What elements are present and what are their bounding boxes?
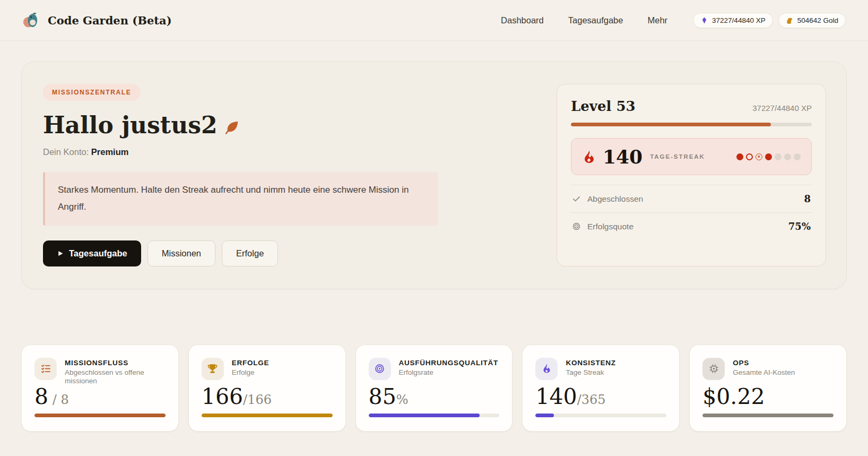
erfolge-button[interactable]: Erfolge: [222, 240, 278, 266]
nav-links: Dashboard Tagesaufgabe Mehr: [501, 15, 667, 25]
target-icon: [572, 222, 581, 231]
app-logo[interactable]: Code Garden (Beta): [22, 11, 172, 29]
streak-dot-filled: [736, 153, 743, 160]
stat-value: 8 / 8: [34, 386, 69, 408]
xp-badge[interactable]: 37227/44840 XP: [693, 13, 773, 28]
icon-square: [202, 358, 224, 380]
stat-title: OPS: [733, 358, 795, 367]
icon-square: [535, 358, 558, 380]
stat-value: $0.22: [702, 386, 765, 408]
stat-card-konsistenz: KONSISTENZ Tage Streak 140/365: [522, 345, 680, 432]
account-label: Dein Konto:: [43, 147, 89, 157]
icon-square: [369, 358, 391, 380]
level-header: Level 53 37227/44840 XP: [571, 98, 812, 114]
hero-left: MISSIONSZENTRALE Hallo justus2 Dein Kont…: [43, 84, 438, 266]
success-rate-value: 75%: [788, 221, 811, 232]
checklist-icon: [40, 363, 51, 374]
stat-subtitle: Tage Streak: [566, 368, 615, 377]
icon-square: [702, 358, 725, 380]
account-line: Dein Konto: Premium: [43, 147, 438, 157]
stat-value: 166/166: [202, 386, 272, 408]
greeting-text: Hallo justus2: [43, 111, 218, 139]
streak-flame-icon: [541, 363, 552, 374]
stat-progress-fill: [34, 414, 166, 417]
stat-title: ERFOLGE: [232, 358, 269, 367]
stat-card-ausfuehrungsqualitaet: AUSFÜHRUNGSQUALITÄT Erfolgsrate 85%: [355, 345, 513, 432]
level-xp-text: 37227/44840 XP: [752, 104, 812, 113]
missionszentrale-badge: MISSIONSZENTRALE: [43, 84, 141, 101]
completed-row: Abgeschlossen 8: [571, 185, 812, 212]
xp-badge-label: 37227/44840 XP: [712, 16, 766, 24]
stat-progress-track: [702, 414, 834, 417]
stat-subtitle: Erfolgsrate: [399, 368, 498, 377]
mission-hub-card: MISSIONSZENTRALE Hallo justus2 Dein Kont…: [21, 61, 847, 289]
gold-badge[interactable]: 504642 Gold: [778, 13, 846, 28]
streak-label: TAGE-STREAK: [650, 153, 705, 160]
hero-actions: Tagesaufgabe Missionen Erfolge: [43, 240, 438, 266]
completed-label: Abgeschlossen: [587, 194, 643, 204]
trophy-icon: [207, 363, 218, 374]
bullseye-icon: [374, 363, 385, 374]
level-card: Level 53 37227/44840 XP 140 TAGE-STREAK …: [557, 84, 826, 266]
stat-title: AUSFÜHRUNGSQUALITÄT: [399, 358, 498, 367]
stat-progress-fill: [535, 414, 554, 417]
streak-dot-empty: [794, 153, 801, 160]
stat-progress-track: [202, 414, 333, 417]
stat-title: KONSISTENZ: [566, 358, 615, 367]
tagesaufgabe-button[interactable]: Tagesaufgabe: [43, 240, 141, 266]
stat-progress-fill: [702, 414, 834, 417]
stat-title: MISSIONSFLUSS: [65, 358, 166, 367]
account-tier: Premium: [91, 147, 129, 157]
stat-subtitle: Abgeschlossen vs offene missionen: [65, 368, 166, 386]
coins-icon: [786, 16, 794, 24]
streak-box: 140 TAGE-STREAK ×: [571, 138, 812, 175]
stat-progress-track: [369, 414, 500, 417]
stat-progress-fill: [369, 414, 480, 417]
level-progress-track: [571, 123, 812, 126]
streak-dot-empty: [775, 153, 782, 160]
leaf-icon: [224, 119, 240, 135]
streak-dots: ×: [736, 153, 801, 160]
check-icon: [572, 194, 581, 203]
nav-item-tagesaufgabe[interactable]: Tagesaufgabe: [568, 15, 623, 25]
streak-dot-empty: [784, 153, 791, 160]
level-title: Level 53: [571, 98, 636, 114]
stat-progress-track: [535, 414, 666, 417]
streak-dot-outline: [746, 153, 753, 160]
success-rate-label: Erfolgsquote: [587, 222, 633, 231]
stat-value: 85%: [369, 386, 409, 408]
app-title: Code Garden (Beta): [48, 14, 172, 27]
nav-item-mehr[interactable]: Mehr: [647, 15, 667, 25]
stats-row: MISSIONSFLUSS Abgeschlossen vs offene mi…: [21, 345, 847, 432]
top-navbar: Code Garden (Beta) Dashboard Tagesaufgab…: [0, 0, 868, 41]
stat-progress-track: [34, 414, 166, 417]
missionen-button[interactable]: Missionen: [147, 240, 215, 266]
gold-badge-label: 504642 Gold: [797, 16, 838, 24]
level-progress-fill: [571, 123, 771, 126]
diamond-icon: [700, 16, 708, 24]
logo-icon: [22, 11, 40, 29]
icon-square: [34, 358, 57, 380]
currency-badges: 37227/44840 XP 504642 Gold: [693, 13, 846, 28]
streak-dot-missed: ×: [756, 153, 762, 160]
coach-message: Starkes Momentum. Halte den Streak aufre…: [43, 172, 438, 226]
stat-card-missionsfluss: MISSIONSFLUSS Abgeschlossen vs offene mi…: [21, 345, 179, 432]
streak-count: 140: [603, 145, 643, 168]
stat-card-ops: OPS Gesamte AI-Kosten $0.22: [689, 345, 847, 432]
greeting-heading: Hallo justus2: [43, 111, 438, 139]
stat-progress-fill: [202, 414, 333, 417]
chip-icon: [708, 363, 719, 374]
success-rate-row: Erfolgsquote 75%: [571, 212, 812, 240]
streak-dot-filled: [765, 153, 772, 160]
nav-item-dashboard[interactable]: Dashboard: [501, 15, 544, 25]
flame-icon: [582, 150, 596, 164]
stat-subtitle: Gesamte AI-Kosten: [733, 368, 795, 377]
tagesaufgabe-button-label: Tagesaufgabe: [69, 248, 127, 259]
play-icon: [57, 250, 64, 257]
completed-value: 8: [804, 193, 811, 204]
stat-subtitle: Erfolge: [232, 368, 269, 377]
stat-value: 140/365: [535, 386, 605, 408]
stat-card-erfolge: ERFOLGE Erfolge 166/166: [188, 345, 346, 432]
